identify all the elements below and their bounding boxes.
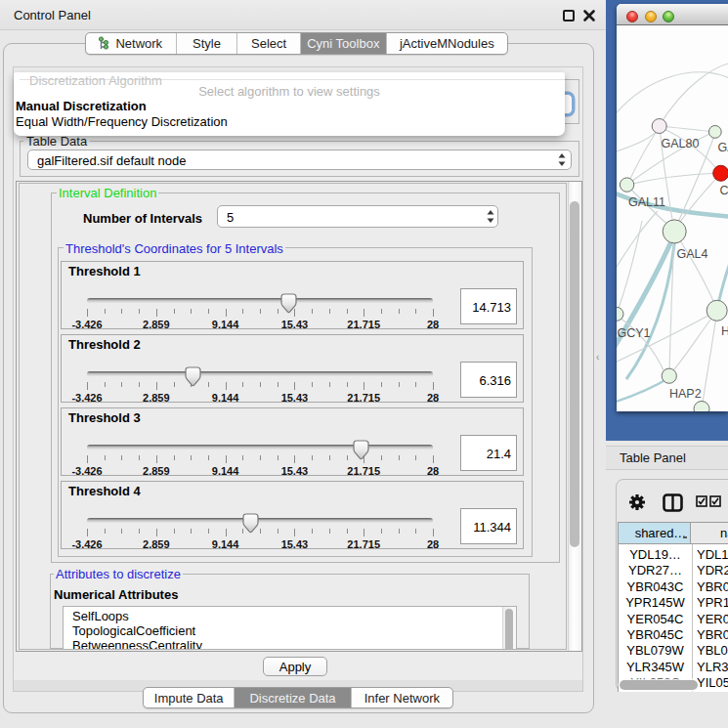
svg-text:HAP2: HAP2 — [669, 387, 702, 401]
svg-text:GA: GA — [718, 141, 728, 154]
svg-text:GCY1: GCY1 — [618, 326, 651, 340]
svg-text:CD: CD — [720, 184, 728, 197]
svg-text:GAL4: GAL4 — [677, 247, 708, 261]
svg-text:H: H — [721, 324, 728, 338]
svg-text:GAL80: GAL80 — [662, 137, 700, 150]
svg-text:GAL11: GAL11 — [628, 195, 665, 209]
